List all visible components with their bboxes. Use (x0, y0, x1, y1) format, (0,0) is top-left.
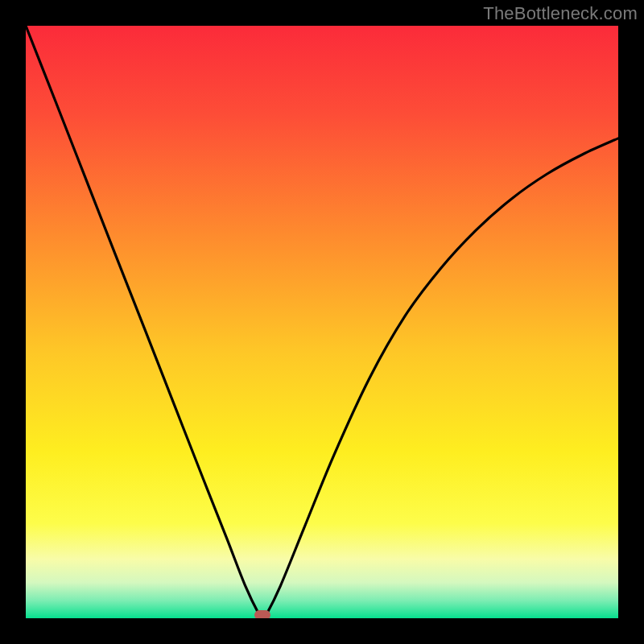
min-marker (254, 610, 270, 618)
bottleneck-curve (26, 26, 618, 618)
plot-area (26, 26, 618, 618)
watermark-text: TheBottleneck.com (483, 3, 638, 24)
chart-frame: TheBottleneck.com (0, 0, 644, 644)
